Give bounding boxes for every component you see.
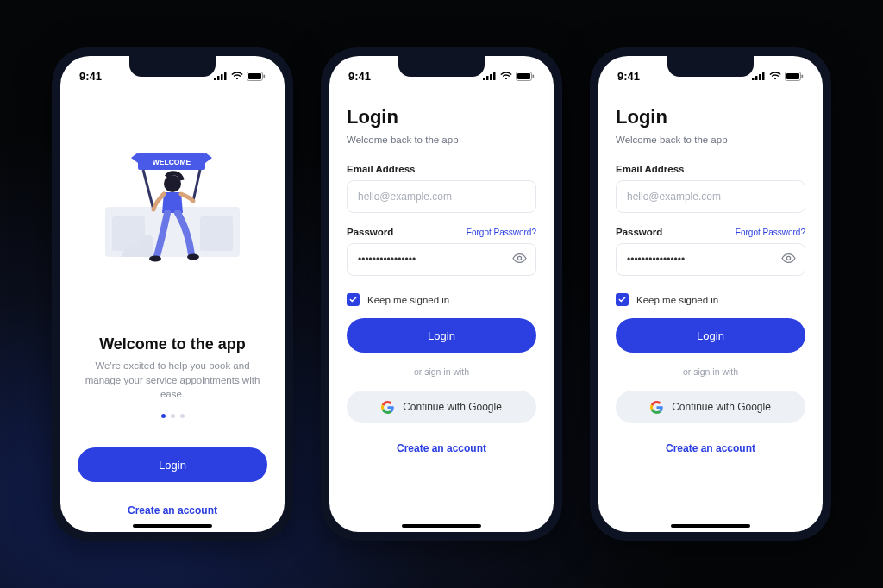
status-time: 9:41	[79, 70, 102, 83]
password-input-wrap	[347, 243, 536, 276]
password-input-wrap	[616, 243, 805, 276]
password-label: Password	[347, 227, 393, 237]
cellular-icon	[214, 72, 228, 80]
svg-rect-6	[264, 74, 266, 78]
page-dot[interactable]	[171, 414, 175, 418]
battery-icon	[785, 72, 804, 81]
svg-point-15	[149, 255, 161, 261]
home-indicator	[402, 524, 481, 528]
google-button-label: Continue with Google	[403, 401, 502, 413]
cellular-icon	[483, 72, 497, 80]
svg-rect-1	[217, 76, 220, 80]
welcome-illustration: WELCOME	[95, 134, 250, 289]
checkbox-icon[interactable]	[347, 293, 360, 306]
svg-rect-28	[762, 72, 765, 80]
svg-rect-25	[752, 78, 755, 80]
svg-rect-19	[490, 74, 492, 80]
status-indicators	[214, 72, 266, 81]
device-notch	[667, 56, 754, 77]
google-button-label: Continue with Google	[672, 401, 771, 413]
google-icon	[650, 401, 663, 414]
wifi-icon	[231, 72, 243, 80]
email-field[interactable]	[358, 191, 525, 203]
svg-rect-27	[759, 74, 761, 80]
phone-login-b: 9:41 Login Welcome back to the app Email…	[590, 47, 831, 541]
password-label: Password	[616, 227, 662, 237]
keep-signed-label: Keep me signed in	[367, 295, 449, 305]
create-account-link[interactable]: Create an account	[347, 442, 536, 454]
forgot-password-link[interactable]: Forgot Password?	[736, 228, 805, 237]
svg-rect-30	[786, 73, 799, 79]
page-dot[interactable]	[161, 414, 166, 418]
svg-point-16	[187, 253, 199, 260]
keep-signed-row[interactable]: Keep me signed in	[616, 293, 805, 306]
email-label: Email Address	[616, 164, 805, 174]
or-divider: or sign in with	[347, 366, 536, 377]
login-submit-button[interactable]: Login	[347, 318, 536, 353]
login-button[interactable]: Login	[78, 447, 267, 482]
phone-welcome: 9:41 WELCOME	[52, 47, 293, 541]
wifi-icon	[769, 72, 781, 80]
svg-rect-18	[486, 76, 489, 80]
device-notch	[398, 56, 485, 77]
keep-signed-label: Keep me signed in	[636, 295, 718, 305]
or-divider: or sign in with	[616, 366, 805, 377]
device-notch	[129, 56, 216, 77]
status-time: 9:41	[617, 70, 640, 83]
page-dot[interactable]	[180, 414, 185, 418]
svg-text:WELCOME: WELCOME	[153, 158, 191, 166]
svg-rect-9	[200, 216, 233, 251]
page-dots	[78, 414, 267, 418]
battery-icon	[247, 72, 266, 81]
create-account-link[interactable]: Create an account	[78, 504, 267, 516]
status-time: 9:41	[348, 70, 371, 83]
google-icon	[381, 401, 394, 414]
email-input-wrap	[347, 180, 536, 213]
status-indicators	[483, 72, 535, 81]
status-indicators	[752, 72, 804, 81]
login-title: Login	[347, 106, 536, 128]
svg-point-14	[164, 175, 181, 192]
email-label: Email Address	[347, 164, 536, 174]
svg-rect-5	[248, 73, 261, 79]
create-account-link[interactable]: Create an account	[616, 442, 805, 454]
svg-rect-3	[224, 72, 227, 80]
svg-rect-0	[214, 78, 216, 80]
google-signin-button[interactable]: Continue with Google	[347, 391, 536, 423]
wifi-icon	[500, 72, 512, 80]
svg-rect-26	[755, 76, 758, 80]
keep-signed-row[interactable]: Keep me signed in	[347, 293, 536, 306]
eye-icon[interactable]	[512, 251, 527, 268]
forgot-password-link[interactable]: Forgot Password?	[467, 228, 536, 237]
email-input-wrap	[616, 180, 805, 213]
svg-line-13	[193, 170, 200, 201]
svg-line-12	[143, 170, 153, 210]
login-subtitle: Welcome back to the app	[347, 134, 536, 145]
home-indicator	[671, 524, 750, 528]
google-signin-button[interactable]: Continue with Google	[616, 391, 805, 423]
svg-rect-22	[517, 73, 530, 79]
password-field[interactable]	[627, 253, 794, 266]
battery-icon	[516, 72, 535, 81]
phone-login-a: 9:41 Login Welcome back to the app Email…	[321, 47, 562, 541]
welcome-title: Welcome to the app	[78, 335, 267, 353]
home-indicator	[133, 524, 212, 528]
checkbox-icon[interactable]	[616, 293, 629, 306]
login-submit-button[interactable]: Login	[616, 318, 805, 353]
svg-rect-20	[493, 72, 496, 80]
svg-rect-2	[221, 74, 223, 80]
svg-point-24	[517, 256, 521, 260]
eye-icon[interactable]	[781, 251, 796, 268]
login-subtitle: Welcome back to the app	[616, 134, 805, 145]
svg-rect-31	[802, 74, 804, 78]
svg-point-32	[786, 256, 790, 260]
login-title: Login	[616, 106, 805, 128]
password-field[interactable]	[358, 253, 525, 266]
welcome-subtitle: We're excited to help you book and manag…	[78, 359, 267, 402]
email-field[interactable]	[627, 191, 794, 203]
cellular-icon	[752, 72, 766, 80]
svg-rect-17	[483, 78, 485, 80]
svg-rect-23	[533, 74, 535, 78]
